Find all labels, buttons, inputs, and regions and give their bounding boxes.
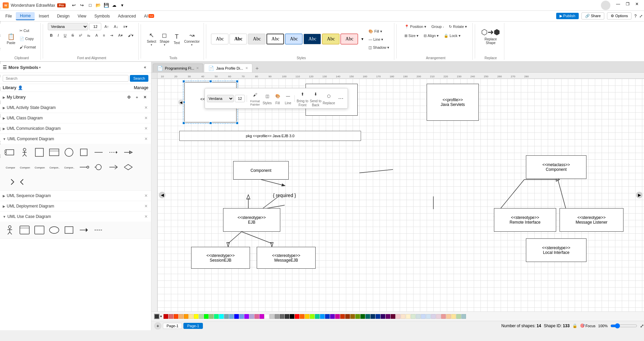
- page-tab-1[interactable]: Page-1: [163, 323, 182, 329]
- color-swatch[interactable]: [370, 314, 375, 319]
- format-btn[interactable]: 🖌 Format: [17, 43, 38, 51]
- color-swatch[interactable]: [320, 314, 325, 319]
- color-swatch[interactable]: [184, 314, 188, 319]
- text-color-button[interactable]: A▾: [116, 32, 124, 39]
- color-swatch[interactable]: [305, 314, 310, 319]
- handle-br[interactable]: [236, 122, 239, 124]
- color-swatch[interactable]: [164, 314, 168, 319]
- highlight-button[interactable]: 🖌▾: [126, 32, 136, 39]
- shape-metaclass-component[interactable]: <<metaclass>>Component: [526, 155, 586, 179]
- color-swatch[interactable]: [360, 314, 365, 319]
- style-shape-4[interactable]: Abc: [266, 34, 284, 44]
- my-library-manage-icon[interactable]: ⚙: [126, 94, 132, 101]
- bold-button[interactable]: B: [48, 32, 55, 39]
- color-swatch[interactable]: [315, 314, 320, 319]
- user-avatar[interactable]: [601, 1, 610, 10]
- ft-send-back[interactable]: ⬇ Send to Back: [310, 89, 322, 107]
- component-shape-box2[interactable]: [47, 145, 61, 159]
- increase-font-button[interactable]: A↑: [102, 23, 111, 30]
- color-swatch[interactable]: [189, 314, 193, 319]
- color-picker-arrow[interactable]: ▾: [160, 314, 162, 318]
- share-button[interactable]: 🔗 Share: [581, 12, 604, 20]
- sidebar-collapse-button[interactable]: «: [142, 64, 148, 71]
- uml-comm-close[interactable]: ✕: [144, 125, 148, 131]
- fit-screen-button[interactable]: ⤢: [640, 323, 644, 329]
- style-shape-3[interactable]: Abc: [248, 34, 265, 44]
- ft-line[interactable]: — Line: [283, 91, 293, 105]
- uml-deployment-close[interactable]: ✕: [144, 203, 148, 209]
- superscript-button[interactable]: x²: [77, 32, 84, 39]
- line-button[interactable]: — Line ▾: [366, 36, 391, 43]
- lock-button[interactable]: 🔒 Lock ▾: [442, 32, 462, 39]
- component-shape-t4[interactable]: Compon...: [47, 160, 61, 174]
- handle-tl[interactable]: [182, 80, 185, 83]
- ft-replace[interactable]: ⬡ Replace: [323, 91, 335, 105]
- color-swatch[interactable]: [295, 314, 299, 319]
- color-swatch[interactable]: [431, 314, 436, 319]
- category-uml-usecase-header[interactable]: ▼ UML Use Case Diagram ✕: [0, 212, 151, 222]
- shape-stereotype-remote[interactable]: <<stereotype>>Remote Interface: [494, 208, 556, 232]
- usecase-shape-rect[interactable]: [62, 223, 76, 237]
- style-shape-8[interactable]: Abc: [341, 34, 358, 44]
- uml-sequence-close[interactable]: ✕: [144, 193, 148, 199]
- save-button[interactable]: 💾: [103, 2, 110, 9]
- shape-component[interactable]: Component: [233, 161, 289, 180]
- component-shape-bracket2[interactable]: [17, 175, 32, 189]
- color-swatch[interactable]: [406, 314, 410, 319]
- usecase-shape-dash[interactable]: [92, 223, 106, 237]
- styles-expand-button[interactable]: ▾: [359, 36, 366, 42]
- color-swatch[interactable]: [275, 314, 279, 319]
- shape-stereotype-ejb[interactable]: <<stereotype>>EJB: [223, 208, 280, 232]
- color-swatch[interactable]: [345, 314, 350, 319]
- color-swatch[interactable]: [179, 314, 183, 319]
- font-size-input[interactable]: [89, 23, 101, 30]
- cut-button[interactable]: ✂ Cut: [17, 27, 38, 35]
- menu-design[interactable]: Design: [53, 12, 73, 20]
- shape-button[interactable]: ◻ Shape ▾: [158, 30, 171, 48]
- more-button[interactable]: ▾: [119, 2, 126, 9]
- color-swatch[interactable]: [219, 314, 224, 319]
- pkg-banner[interactable]: pkg <<profile>> Java EJB 3.0: [179, 131, 361, 141]
- shape-stereotype-message-listener[interactable]: <<stereotype>>Message Listener: [560, 208, 623, 232]
- subscript-button[interactable]: x₂: [85, 32, 93, 39]
- color-swatch[interactable]: [234, 314, 239, 319]
- color-swatch[interactable]: [199, 314, 204, 319]
- tab-java-profile[interactable]: 📄 Java Profile Di... ✕: [204, 64, 252, 72]
- ft-font-size[interactable]: [235, 95, 245, 102]
- italic-button[interactable]: I: [56, 32, 61, 39]
- color-swatch[interactable]: [461, 314, 466, 319]
- component-shape-dotted[interactable]: [106, 145, 120, 159]
- color-swatch[interactable]: [169, 314, 173, 319]
- color-swatch[interactable]: [254, 314, 259, 319]
- shadow-button[interactable]: ◫ Shadow ▾: [366, 44, 391, 51]
- component-shape-circle[interactable]: [62, 145, 76, 159]
- uml-activity-close[interactable]: ✕: [144, 105, 148, 111]
- menu-home[interactable]: Home: [16, 12, 35, 20]
- lock-icon[interactable]: 🔒: [572, 324, 577, 328]
- canvas-wrapper[interactable]: ◀ ▶: [157, 79, 644, 311]
- library-person-icon[interactable]: 👤: [18, 85, 23, 90]
- color-swatch[interactable]: [446, 314, 451, 319]
- copy-button[interactable]: 📄 Copy: [17, 35, 38, 43]
- color-swatch[interactable]: [335, 314, 340, 319]
- color-swatch[interactable]: [451, 314, 456, 319]
- color-swatch[interactable]: [441, 314, 446, 319]
- close-button[interactable]: ✕: [633, 1, 641, 7]
- color-swatch[interactable]: [426, 314, 431, 319]
- my-library-close-icon[interactable]: ✕: [142, 94, 148, 101]
- usecase-shape-oval[interactable]: [17, 223, 32, 237]
- component-shape-l4[interactable]: [121, 160, 135, 174]
- color-swatch[interactable]: [386, 314, 390, 319]
- handle-bl[interactable]: [182, 122, 185, 124]
- underline-button[interactable]: U: [62, 32, 69, 39]
- add-tab-button[interactable]: ＋: [253, 64, 261, 72]
- shape-nav-left[interactable]: ◀: [178, 100, 184, 105]
- color-swatch[interactable]: [391, 314, 395, 319]
- rotate-button[interactable]: ↻ Rotate ▾: [447, 23, 469, 30]
- color-swatch[interactable]: [300, 314, 305, 319]
- menu-advanced[interactable]: Advanced: [114, 12, 140, 20]
- strikethrough-button[interactable]: S: [69, 32, 76, 39]
- component-shape-l1[interactable]: [77, 160, 91, 174]
- manage-button[interactable]: Manage: [134, 85, 148, 90]
- scroll-left-button[interactable]: ◀: [159, 192, 166, 198]
